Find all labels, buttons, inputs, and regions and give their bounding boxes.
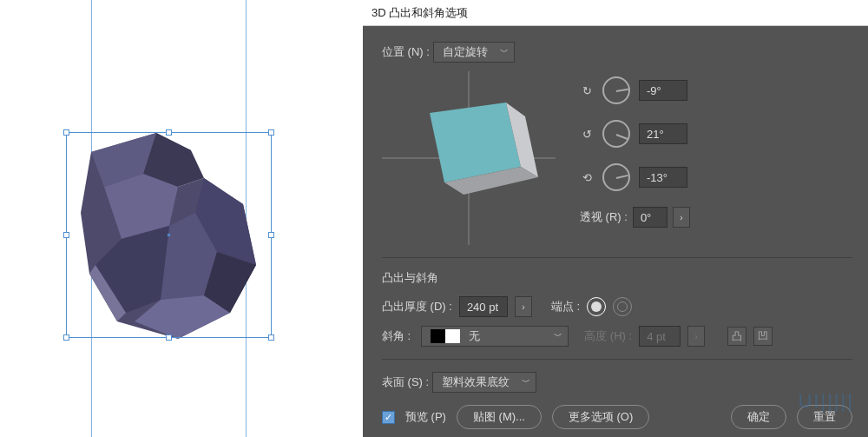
- bevel-in-icon[interactable]: 凸: [727, 327, 746, 346]
- cap-off-button[interactable]: [613, 297, 632, 316]
- position-label: 位置 (N) :: [382, 44, 430, 60]
- reset-button[interactable]: 重置: [797, 405, 852, 429]
- extrude-bevel-title: 凸出与斜角: [382, 270, 852, 286]
- more-options-button[interactable]: 更多选项 (O): [552, 405, 649, 429]
- preview-checkbox[interactable]: ✓: [382, 411, 395, 424]
- rotate-y-dial[interactable]: [602, 120, 630, 148]
- preview-label: 预览 (P): [405, 409, 446, 425]
- chevron-down-icon: ﹀: [554, 330, 562, 342]
- perspective-input[interactable]: 0°: [633, 207, 667, 228]
- rotate-x-icon: ↻: [580, 83, 594, 97]
- surface-select[interactable]: 塑料效果底纹 ﹀: [432, 372, 536, 393]
- bevel-swatch-icon: [431, 329, 460, 343]
- rotate-y-input[interactable]: 21°: [639, 123, 687, 144]
- dialog-titlebar[interactable]: 3D 凸出和斜角选项: [363, 0, 868, 26]
- map-button[interactable]: 贴图 (M)...: [457, 405, 542, 429]
- selection-bounds[interactable]: [66, 132, 272, 338]
- rotate-z-dial[interactable]: [602, 163, 630, 191]
- cap-on-button[interactable]: [587, 297, 606, 316]
- bevel-select[interactable]: 无 ﹀: [421, 326, 569, 347]
- height-input: 4 pt: [639, 326, 681, 347]
- rotation-preview-cube[interactable]: [382, 71, 556, 245]
- height-label: 高度 (H) :: [584, 328, 632, 344]
- height-stepper: ›: [687, 326, 705, 347]
- surface-label: 表面 (S) :: [382, 374, 429, 390]
- rotate-x-input[interactable]: -9°: [639, 80, 687, 101]
- chevron-down-icon: ﹀: [522, 376, 530, 388]
- rotate-z-input[interactable]: -13°: [639, 167, 687, 188]
- dialog-title: 3D 凸出和斜角选项: [372, 5, 468, 21]
- dialog-3d-extrude-bevel: 3D 凸出和斜角选项 位置 (N) : 自定旋转 ﹀ ↻: [363, 0, 868, 437]
- depth-stepper[interactable]: ›: [515, 296, 532, 317]
- depth-label: 凸出厚度 (D) :: [382, 299, 452, 315]
- rotate-x-dial[interactable]: [602, 76, 630, 104]
- position-value: 自定旋转: [443, 44, 488, 60]
- canvas-area: [0, 0, 363, 437]
- cap-label: 端点 :: [551, 299, 580, 315]
- bevel-out-icon[interactable]: 凹: [753, 327, 773, 346]
- ok-button[interactable]: 确定: [731, 405, 786, 429]
- chevron-down-icon: ﹀: [500, 46, 509, 58]
- perspective-label: 透视 (R) :: [580, 209, 628, 225]
- rotate-z-icon: ⟲: [580, 170, 594, 184]
- depth-input[interactable]: 240 pt: [459, 296, 508, 317]
- bevel-label: 斜角 :: [382, 328, 411, 344]
- position-select[interactable]: 自定旋转 ﹀: [433, 42, 515, 63]
- perspective-stepper[interactable]: ›: [673, 207, 690, 228]
- rotate-y-icon: ↺: [580, 127, 594, 141]
